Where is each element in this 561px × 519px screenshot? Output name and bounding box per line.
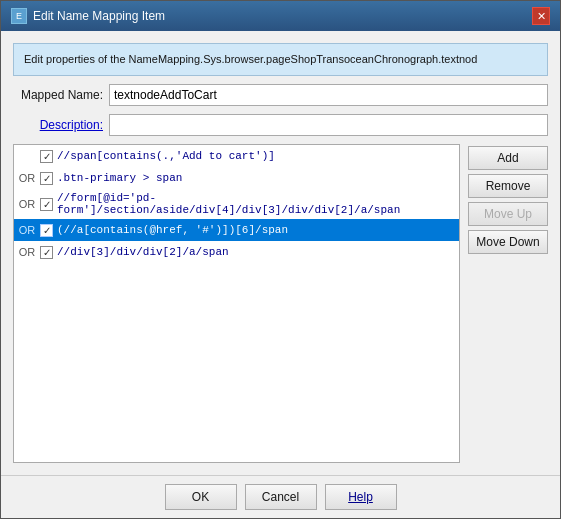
banner-text: Edit properties of the NameMapping.Sys.b… (24, 53, 477, 65)
row-checkbox[interactable] (40, 198, 53, 211)
description-input[interactable] (109, 114, 548, 136)
xpath-list[interactable]: //span[contains(.,'Add to cart')] OR .bt… (13, 144, 460, 463)
title-bar: E Edit Name Mapping Item ✕ (1, 1, 560, 31)
cancel-button[interactable]: Cancel (245, 484, 317, 510)
row-prefix: OR (18, 198, 36, 210)
description-row: Description: (13, 114, 548, 136)
row-checkbox[interactable] (40, 150, 53, 163)
row-prefix: OR (18, 246, 36, 258)
help-button[interactable]: Help (325, 484, 397, 510)
title-bar-left: E Edit Name Mapping Item (11, 8, 165, 24)
edit-name-mapping-dialog: E Edit Name Mapping Item ✕ Edit properti… (0, 0, 561, 519)
move-down-button[interactable]: Move Down (468, 230, 548, 254)
row-xpath: (//a[contains(@href, '#')])[6]/span (57, 224, 455, 236)
add-button[interactable]: Add (468, 146, 548, 170)
row-prefix: OR (18, 224, 36, 236)
list-item[interactable]: //span[contains(.,'Add to cart')] (14, 145, 459, 167)
list-item[interactable]: OR .btn-primary > span (14, 167, 459, 189)
row-xpath: //div[3]/div/div[2]/a/span (57, 246, 455, 258)
row-checkbox[interactable] (40, 246, 53, 259)
side-buttons: Add Remove Move Up Move Down (468, 144, 548, 463)
main-area: //span[contains(.,'Add to cart')] OR .bt… (13, 144, 548, 463)
ok-button[interactable]: OK (165, 484, 237, 510)
description-label[interactable]: Description: (13, 118, 103, 132)
row-xpath: //span[contains(.,'Add to cart')] (57, 150, 455, 162)
dialog-content: Edit properties of the NameMapping.Sys.b… (1, 31, 560, 475)
close-button[interactable]: ✕ (532, 7, 550, 25)
mapped-name-input[interactable] (109, 84, 548, 106)
list-item[interactable]: OR (//a[contains(@href, '#')])[6]/span (14, 219, 459, 241)
remove-button[interactable]: Remove (468, 174, 548, 198)
row-checkbox[interactable] (40, 172, 53, 185)
window-title: Edit Name Mapping Item (33, 9, 165, 23)
row-xpath: .btn-primary > span (57, 172, 455, 184)
row-xpath: //form[@id='pd-form']/section/aside/div[… (57, 192, 455, 216)
mapped-name-row: Mapped Name: (13, 84, 548, 106)
row-checkbox[interactable] (40, 224, 53, 237)
info-banner: Edit properties of the NameMapping.Sys.b… (13, 43, 548, 76)
list-item[interactable]: OR //form[@id='pd-form']/section/aside/d… (14, 189, 459, 219)
move-up-button[interactable]: Move Up (468, 202, 548, 226)
mapped-name-label: Mapped Name: (13, 88, 103, 102)
bottom-bar: OK Cancel Help (1, 475, 560, 518)
window-icon: E (11, 8, 27, 24)
row-prefix: OR (18, 172, 36, 184)
list-item[interactable]: OR //div[3]/div/div[2]/a/span (14, 241, 459, 263)
